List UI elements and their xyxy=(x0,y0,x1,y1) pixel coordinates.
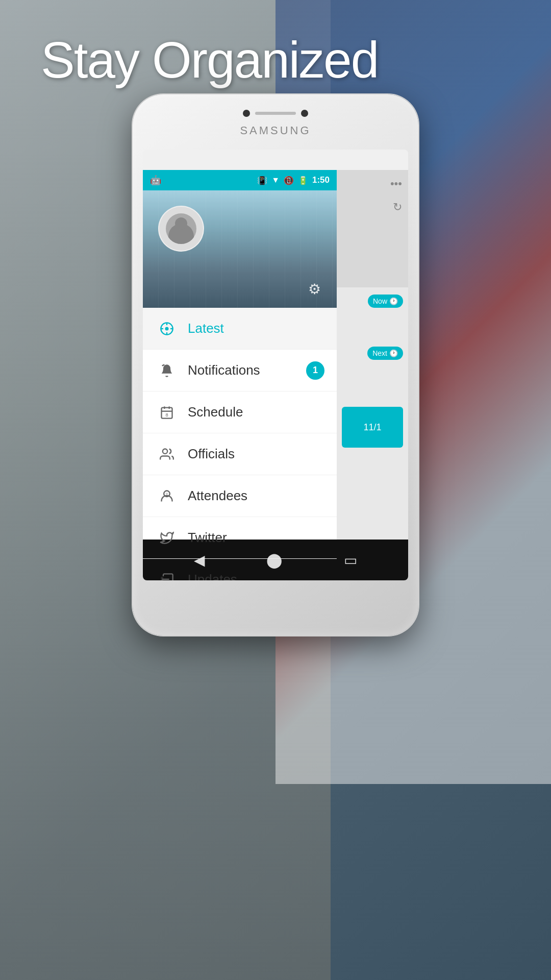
phone-screen: ••• ↻ Now 🕐 Next 🕐 xyxy=(143,150,408,580)
sidebar-item-notifications-label: Notifications xyxy=(188,362,260,378)
vibrate-icon: 📳 xyxy=(257,176,267,185)
battery-icon: 🔋 xyxy=(298,176,308,185)
sidebar-item-officials-label: Officials xyxy=(188,446,235,462)
refresh-icon[interactable]: ↻ xyxy=(393,201,402,214)
camera-dot xyxy=(243,110,250,117)
right-panel: ••• ↻ Now 🕐 Next 🕐 xyxy=(337,170,408,540)
sidebar-item-notifications[interactable]: Notifications 1 xyxy=(143,350,337,391)
calendar-icon: 8 xyxy=(155,401,179,424)
svg-point-11 xyxy=(163,449,167,453)
attendees-icon xyxy=(155,484,179,508)
nav-drawer: 🤖 📳 ▼ 📵 🔋 1:50 xyxy=(143,170,337,540)
camera-dot-2 xyxy=(301,110,308,117)
clock-icon-2: 🕐 xyxy=(389,349,398,357)
more-icon[interactable]: ••• xyxy=(390,177,402,190)
notifications-icon xyxy=(155,359,179,382)
now-badge: Now 🕐 xyxy=(368,295,403,308)
svg-point-13 xyxy=(166,493,168,495)
updates-icon xyxy=(155,568,179,581)
sidebar-item-twitter-label: Twitter xyxy=(188,530,227,546)
date-card: 11/1 xyxy=(342,407,403,448)
front-camera-area xyxy=(230,106,321,121)
notifications-badge: 1 xyxy=(306,361,324,380)
sidebar-item-updates-label: Updates xyxy=(188,572,237,580)
gear-icon: ⚙ xyxy=(308,281,321,298)
clock-icon: 🕐 xyxy=(389,297,398,305)
next-badge: Next 🕐 xyxy=(367,347,403,360)
status-bar: 🤖 📳 ▼ 📵 🔋 1:50 xyxy=(143,170,337,190)
phone-shell: SAMSUNG ••• ↻ Now 🕐 xyxy=(133,94,418,635)
profile-banner: ⚙ xyxy=(143,190,337,308)
sidebar-item-attendees-label: Attendees xyxy=(188,488,247,504)
right-panel-top: ••• ↻ xyxy=(337,170,408,287)
sidebar-item-attendees[interactable]: Attendees xyxy=(143,475,337,517)
android-icon: 🤖 xyxy=(150,175,161,186)
page-title: Stay Organized xyxy=(41,31,378,89)
settings-gear-button[interactable]: ⚙ xyxy=(305,279,324,299)
sidebar-item-schedule-label: Schedule xyxy=(188,404,243,420)
svg-text:8: 8 xyxy=(165,412,168,418)
sidebar-item-latest-label: Latest xyxy=(188,321,224,336)
now-label: Now xyxy=(373,297,387,305)
signal-off-icon: 📵 xyxy=(284,176,294,185)
avatar[interactable] xyxy=(158,206,204,252)
twitter-icon xyxy=(155,526,179,550)
officials-icon xyxy=(155,443,179,466)
svg-point-1 xyxy=(165,327,169,330)
svg-rect-14 xyxy=(161,577,163,580)
wifi-icon: ▼ xyxy=(271,176,280,185)
menu-area: Latest Notifications 1 8 xyxy=(143,308,337,540)
time-display: 1:50 xyxy=(312,175,330,185)
samsung-brand: SAMSUNG xyxy=(240,124,311,137)
status-right: 📳 ▼ 📵 🔋 1:50 xyxy=(257,175,330,185)
dashboard-icon xyxy=(155,317,179,340)
next-label: Next xyxy=(372,349,387,357)
sidebar-item-updates[interactable]: Updates xyxy=(143,559,337,580)
sidebar-item-schedule[interactable]: 8 Schedule xyxy=(143,391,337,433)
status-left: 🤖 xyxy=(150,175,161,186)
speaker-grille xyxy=(255,112,296,115)
sidebar-item-twitter[interactable]: Twitter xyxy=(143,517,337,559)
sidebar-item-officials[interactable]: Officials xyxy=(143,433,337,475)
phone-device: SAMSUNG ••• ↻ Now 🕐 xyxy=(133,94,418,635)
right-panel-cards: Now 🕐 Next 🕐 11/1 Washin... xyxy=(337,287,408,580)
sidebar-item-latest[interactable]: Latest xyxy=(143,308,337,350)
avatar-silhouette xyxy=(166,213,196,244)
